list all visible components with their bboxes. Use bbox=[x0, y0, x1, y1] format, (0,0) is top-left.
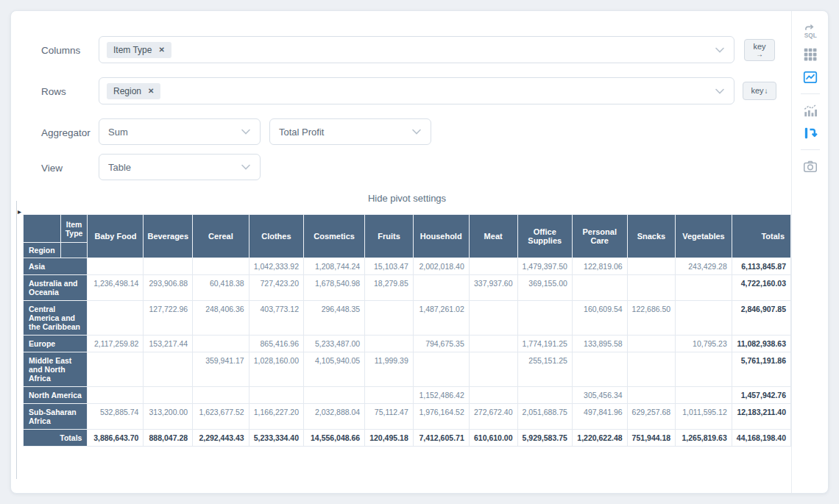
table-row: North America1,152,486.42305,456.341,457… bbox=[24, 387, 791, 404]
view-select[interactable]: Table bbox=[99, 154, 261, 180]
value-cell: 243,429.28 bbox=[676, 258, 732, 275]
row-total-cell: 4,722,160.03 bbox=[732, 275, 790, 301]
value-cell: 359,941.17 bbox=[193, 352, 249, 387]
svg-text:SQL: SQL bbox=[804, 32, 816, 39]
columns-label: Columns bbox=[41, 45, 80, 56]
chevron-down-icon[interactable] bbox=[241, 164, 250, 170]
pivot-editor-card: Columns Item Type ✕ key → Rows Region ✕ … bbox=[10, 10, 829, 494]
column-total-cell: 610,610.00 bbox=[469, 430, 517, 447]
value-cell bbox=[193, 387, 249, 404]
row-total-cell: 11,082,938.63 bbox=[732, 336, 790, 352]
remove-tag-icon[interactable]: ✕ bbox=[158, 46, 164, 54]
value-cell bbox=[88, 258, 144, 275]
sidebar-sql-button[interactable]: SQL bbox=[800, 23, 821, 40]
rows-tag-region[interactable]: Region ✕ bbox=[107, 83, 160, 99]
aggregator-field-select[interactable]: Total Profit bbox=[269, 118, 431, 145]
columns-tag-label: Item Type bbox=[113, 45, 152, 55]
row-total-cell: 1,457,942.76 bbox=[732, 387, 790, 404]
value-cell: 1,028,160.00 bbox=[249, 352, 303, 387]
row-header: Asia bbox=[24, 258, 88, 275]
row-total-cell: 5,761,191.86 bbox=[732, 352, 790, 387]
value-cell: 1,774,191.25 bbox=[517, 336, 572, 352]
pivot-table-container: Item TypeBaby FoodBeveragesCerealClothes… bbox=[23, 214, 791, 447]
value-cell bbox=[469, 352, 517, 387]
sidebar-camera-button[interactable] bbox=[800, 157, 821, 175]
table-row: Central America and the Caribbean127,722… bbox=[24, 301, 791, 336]
chevron-down-icon[interactable] bbox=[715, 47, 724, 53]
column-header: Baby Food bbox=[88, 215, 144, 258]
rows-attribute-select[interactable]: Region ✕ bbox=[99, 77, 734, 104]
columns-key-button[interactable]: key → bbox=[744, 39, 775, 61]
value-cell: 4,105,940.05 bbox=[304, 352, 365, 387]
value-cell bbox=[627, 387, 676, 404]
value-cell: 305,456.34 bbox=[572, 387, 627, 404]
value-cell bbox=[413, 275, 469, 301]
column-total-cell: 5,233,334.40 bbox=[249, 430, 303, 447]
value-cell bbox=[88, 301, 144, 336]
row-header: Europe bbox=[24, 336, 88, 352]
row-header: Middle East and North Africa bbox=[24, 352, 88, 387]
column-total-cell: 1,265,819.63 bbox=[676, 430, 732, 447]
value-cell bbox=[365, 387, 414, 404]
chevron-down-icon[interactable] bbox=[715, 88, 724, 94]
grand-total-cell: 44,168,198.40 bbox=[732, 430, 790, 447]
value-cell: 1,166,227.20 bbox=[249, 404, 303, 430]
table-row: Europe2,117,259.82153,217.44865,416.965,… bbox=[24, 336, 791, 352]
value-cell bbox=[304, 387, 365, 404]
sidebar-table-button[interactable] bbox=[800, 46, 821, 63]
value-cell: 248,406.36 bbox=[193, 301, 249, 336]
value-cell: 296,448.35 bbox=[304, 301, 365, 336]
arrow-right-icon: → bbox=[756, 51, 763, 58]
value-cell: 272,672.40 bbox=[469, 404, 517, 430]
row-header: Sub-Saharan Africa bbox=[24, 404, 88, 430]
sidebar-image-chart-button[interactable] bbox=[800, 68, 821, 86]
value-cell bbox=[144, 258, 193, 275]
column-total-cell: 751,944.18 bbox=[627, 430, 676, 447]
value-cell: 15,103.47 bbox=[365, 258, 414, 275]
column-total-cell: 2,292,443.43 bbox=[193, 430, 249, 447]
value-cell: 629,257.68 bbox=[627, 404, 676, 430]
pivot-corner-cell bbox=[60, 243, 88, 258]
column-header: Fruits bbox=[365, 215, 414, 258]
table-row: Asia1,042,333.921,208,744.2415,103.472,0… bbox=[24, 258, 791, 275]
columns-tag-item-type[interactable]: Item Type ✕ bbox=[107, 42, 171, 58]
aggregator-select[interactable]: Sum bbox=[99, 118, 261, 145]
chevron-down-icon[interactable] bbox=[241, 129, 250, 135]
row-header: Australia and Oceania bbox=[24, 275, 88, 301]
table-row: Australia and Oceania1,236,498.14293,906… bbox=[24, 275, 791, 301]
columns-attribute-select[interactable]: Item Type ✕ bbox=[99, 36, 734, 63]
value-cell: 2,051,688.75 bbox=[517, 404, 572, 430]
rows-tag-label: Region bbox=[113, 86, 141, 96]
column-header: Cosmetics bbox=[304, 215, 365, 258]
value-cell bbox=[572, 352, 627, 387]
value-cell: 1,623,677.52 bbox=[193, 404, 249, 430]
remove-tag-icon[interactable]: ✕ bbox=[148, 87, 154, 95]
value-cell: 1,678,540.98 bbox=[304, 275, 365, 301]
value-cell: 122,686.50 bbox=[627, 301, 676, 336]
value-cell bbox=[627, 275, 676, 301]
column-total-cell: 14,556,048.66 bbox=[304, 430, 365, 447]
value-cell: 127,722.96 bbox=[144, 301, 193, 336]
column-header: Office Supplies bbox=[517, 215, 572, 258]
value-cell: 865,416.96 bbox=[249, 336, 303, 352]
key-label: key bbox=[753, 43, 765, 51]
chevron-down-icon[interactable] bbox=[412, 129, 421, 135]
value-cell bbox=[676, 352, 732, 387]
caret-right-icon[interactable]: ▸ bbox=[18, 208, 21, 216]
column-header: Household bbox=[413, 215, 469, 258]
rows-key-button[interactable]: key ↓ bbox=[743, 82, 776, 100]
sidebar-pivot-button[interactable] bbox=[800, 124, 821, 142]
view-selected-value: Table bbox=[108, 162, 131, 173]
hide-pivot-settings-link[interactable]: Hide pivot settings bbox=[23, 193, 791, 204]
column-total-cell: 5,929,583.75 bbox=[517, 430, 572, 447]
rows-label: Rows bbox=[41, 86, 66, 97]
value-cell: 75,112.47 bbox=[365, 404, 414, 430]
key-label: key bbox=[751, 87, 763, 95]
value-cell bbox=[676, 387, 732, 404]
value-cell bbox=[469, 301, 517, 336]
sidebar-chart-button[interactable] bbox=[800, 102, 821, 119]
value-cell bbox=[88, 387, 144, 404]
column-header: Snacks bbox=[627, 215, 676, 258]
image-chart-icon bbox=[802, 69, 818, 85]
pivot-corner-cell bbox=[24, 215, 61, 243]
